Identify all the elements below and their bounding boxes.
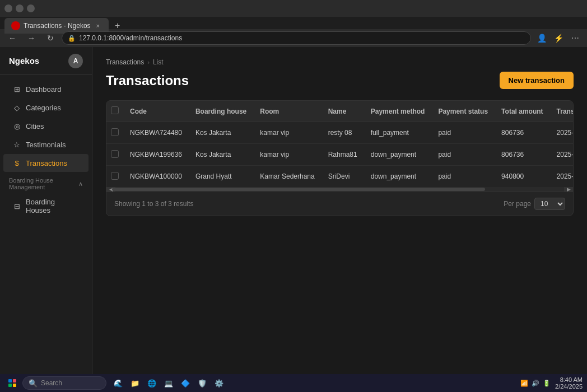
taskbar-explorer-icon[interactable]: 📁 [128, 376, 142, 390]
taskbar: 🔍 Search 🌊 📁 🌐 💻 🔷 🛡️ ⚙️ 📶 🔊 🔋 8:40 AM 2… [0, 374, 587, 392]
taskbar-right: 📶 🔊 🔋 8:40 AM 2/24/2025 [520, 376, 583, 390]
win-dot-4 [13, 384, 16, 387]
taskbar-clock: 8:40 AM 2/24/2025 [555, 376, 583, 390]
select-all-header [106, 101, 123, 122]
battery-icon: 🔋 [543, 380, 551, 387]
row-payment-method: down_payment [364, 166, 432, 188]
browser-chrome: − □ × Transactions - Ngekos × + [0, 0, 587, 29]
browser-extensions-button[interactable]: ⚡ [551, 31, 566, 45]
new-transaction-button[interactable]: New transaction [500, 72, 574, 89]
sidebar-nav: ⊞ Dashboard ◇ Categories ◎ Cities ☆ Test… [0, 75, 92, 392]
col-transaction-date: Transaction date [550, 101, 573, 122]
breadcrumb: Transactions › List [106, 58, 574, 66]
select-all-checkbox[interactable] [111, 106, 119, 114]
table-footer: Showing 1 to 3 of 3 results Per page 10 … [106, 192, 573, 216]
row-checkbox-1[interactable] [111, 150, 119, 158]
page-title: Transactions [106, 73, 189, 88]
sidebar-item-label: Cities [26, 122, 44, 130]
close-window-button[interactable]: × [27, 4, 35, 12]
lock-icon: 🔒 [68, 35, 76, 42]
breadcrumb-transactions-link[interactable]: Transactions [106, 58, 144, 66]
taskbar-time-display: 8:40 AM [555, 376, 583, 383]
maximize-button[interactable]: □ [16, 4, 24, 12]
address-box[interactable]: 🔒 127.0.0.1:8000/admin/transactions [62, 31, 531, 45]
sidebar-item-label: Boarding Houses [26, 198, 80, 214]
tab-close-button[interactable]: × [94, 22, 102, 30]
row-checkbox-cell [106, 166, 123, 188]
app-logo: Ngekos [9, 56, 39, 66]
row-transaction-date: 2025-02-20 [550, 166, 573, 188]
forward-button[interactable]: → [24, 30, 39, 46]
back-button[interactable]: ← [4, 30, 20, 46]
taskbar-search[interactable]: 🔍 Search [22, 376, 106, 390]
col-code: Code [123, 101, 189, 122]
col-room: Room [253, 101, 321, 122]
table-container: Code Boarding house Room Name Payment me… [106, 100, 574, 216]
sidebar-item-testimonials[interactable]: ☆ Testimonials [3, 136, 88, 153]
new-tab-button[interactable]: + [111, 19, 124, 32]
page-title-row: Transactions New transaction [106, 72, 574, 89]
browser-controls: − □ × [4, 4, 35, 12]
browser-actions: 👤 ⚡ ⋯ [534, 31, 583, 45]
network-icon: 📶 [520, 380, 528, 387]
taskbar-icons: 🌊 📁 🌐 💻 🔷 🛡️ ⚙️ [111, 376, 226, 390]
taskbar-terminal-icon[interactable]: 💻 [161, 376, 176, 390]
row-name: SriDevi [322, 166, 364, 188]
main-content: Transactions › List Transactions New tra… [92, 47, 587, 392]
sidebar-item-transactions[interactable]: $ Transactions [3, 154, 88, 172]
categories-icon: ◇ [12, 103, 21, 112]
testimonials-icon: ☆ [12, 140, 21, 149]
row-payment-method: full_payment [364, 122, 432, 144]
breadcrumb-separator: › [147, 59, 150, 66]
table-row: NGKBWA724480 Kos Jakarta kamar vip resty… [106, 122, 573, 144]
scroll-right-arrow[interactable]: ▶ [564, 187, 573, 192]
browser-top-bar: − □ × [0, 0, 587, 17]
sidebar-item-categories[interactable]: ◇ Categories [3, 99, 88, 116]
sidebar-section-boarding-house-management: Boarding House Management ∧ [0, 172, 92, 193]
row-boarding-house: Kos Jakarta [189, 144, 253, 166]
table-horizontal-scrollbar[interactable]: ◀ ▶ [106, 187, 573, 192]
table-row: NGKBWA199636 Kos Jakarta kamar vip Rahma… [106, 144, 573, 166]
row-boarding-house: Kos Jakarta [189, 122, 253, 144]
col-name: Name [322, 101, 364, 122]
sidebar-item-dashboard[interactable]: ⊞ Dashboard [3, 80, 88, 98]
address-text: 127.0.0.1:8000/admin/transactions [79, 34, 182, 42]
address-bar-row: ← → ↻ 🔒 127.0.0.1:8000/admin/transaction… [0, 29, 587, 47]
row-total-amount: 940800 [495, 166, 549, 188]
per-page-label: Per page [504, 200, 531, 208]
taskbar-app5-icon[interactable]: 🔷 [178, 376, 193, 390]
transactions-table: Code Boarding house Room Name Payment me… [106, 101, 573, 187]
search-icon: 🔍 [29, 379, 38, 388]
col-total-amount: Total amount [495, 101, 549, 122]
start-button[interactable] [4, 375, 20, 391]
cities-icon: ◎ [12, 122, 21, 130]
row-transaction-date: 2025-02-07 [550, 144, 573, 166]
browser-menu-button[interactable]: ⋯ [568, 31, 583, 45]
row-checkbox-2[interactable] [111, 172, 119, 180]
table-scroll[interactable]: Code Boarding house Room Name Payment me… [106, 101, 573, 187]
row-checkbox-0[interactable] [111, 128, 119, 136]
minimize-button[interactable]: − [4, 4, 12, 12]
reload-button[interactable]: ↻ [43, 30, 58, 46]
results-text: Showing 1 to 3 of 3 results [114, 200, 193, 208]
windows-logo-icon [8, 379, 16, 387]
app-wrapper: Ngekos A ⊞ Dashboard ◇ Categories ◎ Citi… [0, 47, 587, 392]
row-checkbox-cell [106, 144, 123, 166]
browser-profile-button[interactable]: 👤 [534, 31, 549, 45]
volume-icon: 🔊 [532, 380, 539, 387]
row-total-amount: 806736 [495, 122, 549, 144]
scrollbar-thumb[interactable] [112, 188, 485, 191]
sidebar-item-boarding-houses[interactable]: ⊟ Boarding Houses [3, 193, 88, 219]
taskbar-weather-icon[interactable]: 🌊 [111, 376, 125, 390]
row-payment-status: paid [431, 144, 495, 166]
row-room: Kamar Sederhana [253, 166, 321, 188]
sidebar-item-cities[interactable]: ◎ Cities [3, 117, 88, 135]
taskbar-app7-icon[interactable]: ⚙️ [212, 376, 226, 390]
row-payment-method: down_payment [364, 144, 432, 166]
row-room: kamar vip [253, 122, 321, 144]
taskbar-edge-icon[interactable]: 🌐 [145, 376, 159, 390]
search-placeholder: Search [41, 379, 62, 387]
tab-favicon [11, 21, 20, 30]
taskbar-app6-icon[interactable]: 🛡️ [195, 376, 209, 390]
per-page-select[interactable]: 10 25 50 100 [534, 198, 565, 210]
